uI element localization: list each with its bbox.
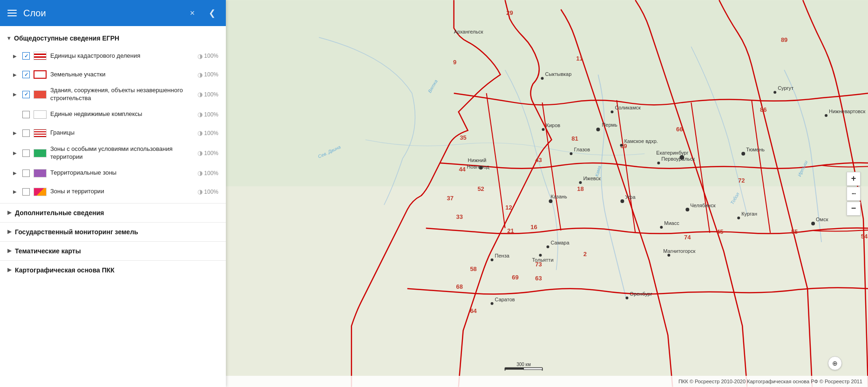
svg-point-76 [539, 254, 542, 257]
layer-opacity-complexes[interactable]: ◑ 100% [197, 111, 218, 118]
checkbox-buildings[interactable] [22, 91, 30, 98]
map-copyright-bar: ПКК © Росреестр 2010-2020 Картографическ… [226, 376, 868, 387]
layer-opacity-buildings[interactable]: ◑ 100% [197, 91, 218, 98]
sidebar-title: Слои [23, 8, 179, 19]
layer-opacity-borders[interactable]: ◑ 100% [197, 129, 218, 136]
svg-text:Уфа: Уфа [625, 194, 636, 200]
svg-text:86: 86 [760, 106, 766, 113]
section-additional-label: Дополнительные сведения [15, 209, 104, 217]
svg-text:Пермь: Пермь [602, 122, 617, 128]
hamburger-icon[interactable] [7, 10, 17, 16]
svg-text:58: 58 [470, 265, 476, 272]
opacity-value-buildings: 100% [204, 91, 218, 98]
layer-row-territorial: ▶ Территориальные зоны ◑ 100% [0, 164, 226, 183]
layer-icon-cadastral [34, 52, 47, 60]
svg-point-62 [610, 110, 613, 113]
svg-point-72 [491, 258, 494, 261]
opacity-value-zones-territories: 100% [204, 189, 218, 195]
svg-text:69: 69 [512, 274, 518, 281]
zoom-out-button[interactable]: − [847, 202, 861, 216]
zoom-dots-button[interactable]: ··· [847, 187, 861, 201]
svg-point-80 [737, 217, 740, 219]
layer-opacity-cadastral[interactable]: ◑ 100% [197, 53, 218, 60]
section-additional-header[interactable]: ▶ Дополнительные сведения [0, 203, 226, 222]
svg-text:Киров: Киров [546, 122, 561, 128]
layer-icon-land [34, 70, 47, 79]
chevron-right-cartographic: ▶ [7, 267, 11, 273]
layer-icon-borders [34, 129, 47, 137]
compass-button[interactable]: ⊕ [828, 356, 842, 370]
checkbox-borders[interactable] [22, 129, 30, 137]
zoom-in-button[interactable]: + [847, 172, 861, 186]
svg-point-56 [541, 77, 544, 80]
layer-row-zones-territories: ▶ Зоны и территории ◑ 100% [0, 183, 226, 201]
svg-point-54 [542, 128, 545, 131]
svg-text:Екатеринбург: Екатеринбург [656, 150, 688, 156]
checkbox-zones-special[interactable] [22, 149, 30, 157]
layer-name-complexes: Единые недвижимые комплексы [50, 110, 194, 118]
section-monitoring-header[interactable]: ▶ Государственный мониторинг земель [0, 222, 226, 241]
layer-name-land: Земельные участки [50, 71, 194, 79]
section-thematic-header[interactable]: ▶ Тематические карты [0, 241, 226, 260]
section-egrn-header[interactable]: ▾ Общедоступные сведения ЕГРН [0, 30, 226, 47]
svg-text:Архангельск: Архангельск [454, 29, 483, 34]
chevron-right-additional: ▶ [7, 210, 11, 216]
layer-name-borders: Границы [50, 129, 194, 137]
layer-opacity-territorial[interactable]: ◑ 100% [197, 170, 218, 177]
layer-opacity-zones-special[interactable]: ◑ 100% [197, 149, 218, 156]
svg-text:63: 63 [535, 275, 542, 282]
svg-text:37: 37 [447, 195, 453, 202]
svg-text:Тюмень: Тюмень [746, 147, 765, 152]
svg-rect-97 [524, 368, 542, 370]
svg-text:72: 72 [738, 177, 745, 184]
opacity-icon-borders: ◑ [197, 129, 203, 136]
close-button[interactable]: × [186, 7, 199, 20]
section-thematic-label: Тематические карты [15, 247, 81, 255]
map-controls: + ··· − [847, 172, 861, 216]
svg-point-60 [825, 114, 827, 117]
opacity-icon-land: ◑ [197, 71, 203, 78]
section-monitoring-label: Государственный мониторинг земель [15, 228, 138, 236]
section-egrn-body: ▶ Единицы кадастрового деления ◑ 100% ▶ … [0, 47, 226, 203]
checkbox-cadastral[interactable] [22, 52, 30, 60]
svg-rect-96 [505, 368, 524, 370]
map-copyright-text: ПКК © Росреестр 2010-2020 Картографическ… [678, 379, 862, 384]
svg-point-43 [620, 199, 624, 203]
svg-text:Камское вдхр.: Камское вдхр. [624, 138, 658, 144]
section-egrn-label: Общедоступные сведения ЕГРН [14, 34, 119, 42]
layer-opacity-zones-territories[interactable]: ◑ 100% [197, 188, 218, 195]
svg-point-82 [570, 152, 572, 155]
layer-expand-land[interactable]: ▶ [11, 71, 19, 78]
svg-rect-1 [226, 0, 868, 186]
collapse-button[interactable]: ❮ [205, 7, 218, 20]
layer-icon-territorial [34, 169, 47, 177]
opacity-icon-zones-territories: ◑ [197, 188, 203, 195]
layer-expand-borders[interactable]: ▶ [11, 129, 19, 137]
layer-name-buildings: Здания, сооружения, объекты незавершенно… [50, 87, 194, 102]
svg-text:18: 18 [577, 185, 583, 192]
checkbox-zones-territories[interactable] [22, 188, 30, 196]
checkbox-territorial[interactable] [22, 170, 30, 177]
svg-text:300 км: 300 км [516, 362, 531, 367]
layer-expand-cadastral[interactable]: ▶ [11, 52, 19, 60]
svg-text:Новгород: Новгород [467, 164, 490, 170]
svg-text:2: 2 [583, 251, 587, 258]
checkbox-complexes[interactable] [22, 111, 30, 118]
layer-row-cadastral: ▶ Единицы кадастрового деления ◑ 100% [0, 47, 226, 65]
checkbox-land[interactable] [22, 71, 30, 78]
layer-opacity-land[interactable]: ◑ 100% [197, 71, 218, 78]
map-area[interactable]: 29 11 89 9 86 35 81 59 66 70 72 44 43 18… [226, 0, 868, 387]
layer-expand-territorial[interactable]: ▶ [11, 170, 19, 177]
svg-point-50 [811, 222, 815, 225]
layer-expand-zones-territories[interactable]: ▶ [11, 188, 19, 196]
svg-point-86 [660, 226, 663, 229]
layer-icon-zones-territories [34, 188, 47, 196]
svg-text:52: 52 [477, 185, 484, 192]
svg-point-66 [667, 254, 670, 257]
section-cartographic-header[interactable]: ▶ Картографическая основа ПКК [0, 260, 226, 279]
svg-point-68 [625, 297, 628, 299]
opacity-value-complexes: 100% [204, 111, 218, 118]
opacity-icon-buildings: ◑ [197, 91, 203, 98]
layer-expand-buildings[interactable]: ▶ [11, 91, 19, 98]
layer-expand-zones-special[interactable]: ▶ [11, 149, 19, 157]
